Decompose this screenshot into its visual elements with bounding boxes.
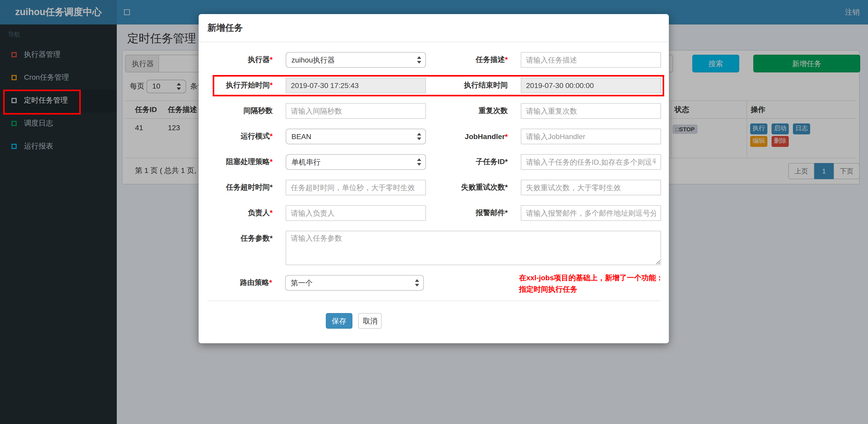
- task-params-label: 任务参数*: [198, 231, 286, 243]
- task-params-textarea[interactable]: [286, 231, 661, 265]
- exec-end-time-input[interactable]: [521, 77, 661, 93]
- app-root: zuihou任务调度中心 注销 导航 执行器管理 Cron任务管理 定时任务管理…: [0, 0, 868, 424]
- block-strategy-select[interactable]: 单机串行: [286, 154, 426, 170]
- select-arrows-icon: [415, 279, 420, 287]
- form-row-task-params: 任务参数*: [198, 231, 669, 265]
- jobhandler-input[interactable]: [521, 129, 661, 144]
- interval-seconds-input[interactable]: [286, 103, 426, 119]
- jobhandler-label: JobHandler*: [426, 132, 521, 141]
- owner-label: 负责人*: [198, 208, 286, 218]
- form-row-interval-repeat: 间隔秒数 重复次数: [198, 103, 669, 119]
- task-desc-label: 任务描述*: [426, 55, 521, 65]
- exec-end-time-label: 执行结束时间: [426, 81, 521, 90]
- feature-note: 在xxl-jobs项目的基础上，新增了一个功能： 指定时间执行任务: [519, 272, 669, 295]
- form-row-block-childid: 阻塞处理策略* 单机串行 子任务ID*: [198, 154, 669, 170]
- form-row-route-strategy: 路由策略* 第一个 在xxl-jobs项目的基础上，新增了一个功能： 指定时间执…: [198, 275, 669, 291]
- exec-start-time-input[interactable]: [286, 77, 426, 93]
- task-desc-input[interactable]: [521, 52, 661, 68]
- save-button[interactable]: 保存: [326, 313, 352, 329]
- fail-retry-label: 失败重试次数*: [426, 183, 521, 192]
- cancel-button[interactable]: 取消: [359, 313, 382, 329]
- modal-title: 新增任务: [198, 14, 669, 42]
- task-timeout-input[interactable]: [286, 180, 426, 195]
- run-mode-label: 运行模式*: [198, 132, 286, 141]
- repeat-count-label: 重复次数: [426, 106, 521, 116]
- executor-label: 执行器*: [198, 55, 286, 65]
- select-arrows-icon: [417, 56, 421, 64]
- repeat-count-input[interactable]: [521, 103, 661, 119]
- child-task-id-label: 子任务ID*: [426, 157, 521, 167]
- alarm-email-label: 报警邮件*: [426, 208, 521, 218]
- executor-select[interactable]: zuihou执行器: [286, 52, 426, 68]
- exec-start-time-label: 执行开始时间*: [198, 81, 286, 90]
- form-row-owner-email: 负责人* 报警邮件*: [198, 205, 669, 221]
- owner-input[interactable]: [286, 205, 426, 221]
- block-strategy-label: 阻塞处理策略*: [198, 157, 286, 167]
- route-strategy-select[interactable]: 第一个: [285, 275, 424, 291]
- run-mode-select[interactable]: BEAN: [286, 129, 426, 144]
- interval-seconds-label: 间隔秒数: [198, 106, 286, 116]
- select-arrows-icon: [417, 158, 421, 166]
- task-timeout-label: 任务超时时间*: [198, 183, 286, 192]
- form-row-timeout-retry: 任务超时时间* 失败重试次数*: [198, 180, 669, 195]
- child-task-id-input[interactable]: [521, 154, 661, 170]
- form-row-exec-time: 执行开始时间* 执行结束时间: [198, 77, 669, 93]
- alarm-email-input[interactable]: [521, 205, 661, 221]
- modal-footer-divider: [208, 300, 660, 301]
- route-strategy-label: 路由策略*: [198, 278, 285, 288]
- fail-retry-input[interactable]: [521, 180, 661, 195]
- form-row-executor-desc: 执行器* zuihou执行器 任务描述*: [198, 52, 669, 68]
- form-row-runmode-handler: 运行模式* BEAN JobHandler*: [198, 129, 669, 144]
- add-task-modal: 新增任务 执行器* zuihou执行器 任务描述* 执行开始时间* 执行结束时间…: [198, 14, 669, 343]
- select-arrows-icon: [417, 133, 421, 140]
